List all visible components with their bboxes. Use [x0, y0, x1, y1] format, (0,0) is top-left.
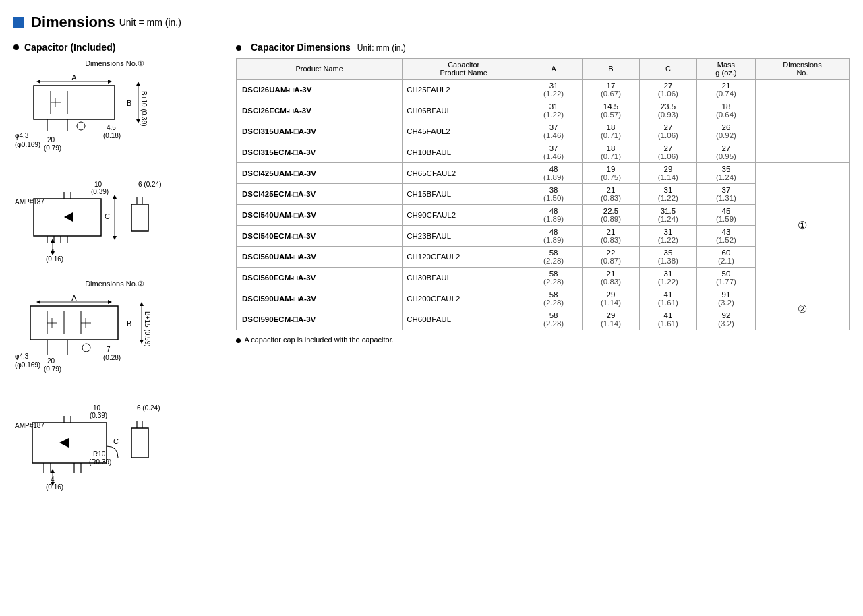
cell-mass: 60(2.1) [696, 247, 755, 268]
svg-marker-50 [108, 300, 112, 304]
svg-text:R10: R10 [93, 450, 106, 458]
bullet-icon [13, 44, 19, 50]
cell-B: 18(0.71) [583, 142, 640, 163]
cell-cap-name: CH06BFAUL [403, 100, 525, 121]
cell-C: 27(1.06) [639, 121, 696, 142]
cell-product-name: DSCI315ECM-□A-3V [237, 142, 403, 163]
cell-mass: 27(0.95) [696, 142, 755, 163]
cell-mass: 91(3.2) [696, 288, 755, 309]
svg-text:(0.79): (0.79) [44, 365, 61, 373]
table-row: DSCI590UAM-□A-3VCH200CFAUL258(2.28)29(1.… [237, 288, 850, 309]
dimensions-table: Product Name CapacitorProduct Name A B C… [236, 58, 850, 330]
cell-product-name: DSCI560ECM-□A-3V [237, 268, 403, 288]
svg-text:(φ0.169): (φ0.169) [15, 361, 40, 369]
svg-text:10: 10 [93, 404, 101, 412]
cell-A: 58(2.28) [525, 247, 583, 268]
svg-text:B: B [127, 319, 131, 328]
cell-mass: 50(1.77) [696, 268, 755, 288]
svg-rect-52 [30, 306, 118, 340]
svg-rect-87 [131, 428, 148, 458]
diagram-1-bottom: AMP#187 10 (0.39) 6 (0.24) [13, 179, 196, 266]
svg-marker-13 [136, 119, 140, 123]
svg-marker-37 [113, 195, 117, 199]
cell-B: 19(0.75) [583, 163, 640, 184]
cell-B: 29(1.14) [583, 288, 640, 309]
cell-product-name: DSCI590ECM-□A-3V [237, 309, 403, 330]
cell-mass: 26(0.92) [696, 121, 755, 142]
table-row: DSCI315UAM-□A-3VCH45FAUL237(1.46)18(0.71… [237, 121, 850, 142]
cell-product-name: DSCI540ECM-□A-3V [237, 226, 403, 247]
cell-product-name: DSCI26ECM-□A-3V [237, 100, 403, 121]
svg-text:20: 20 [47, 357, 55, 365]
diagram-2-label: Dimensions No.② [13, 280, 216, 288]
svg-point-64 [82, 344, 90, 352]
left-section: Capacitor (Included) Dimensions No.① A B [13, 42, 216, 497]
cell-product-name: DSCI560UAM-□A-3V [237, 247, 403, 268]
cell-C: 35(1.38) [639, 247, 696, 268]
svg-point-16 [77, 122, 85, 130]
svg-text:4.5: 4.5 [107, 124, 116, 131]
svg-text:C: C [113, 437, 119, 445]
svg-rect-5 [34, 86, 115, 119]
right-section: Capacitor Dimensions Unit: mm (in.) Prod… [236, 42, 850, 344]
cell-product-name: DSCI590UAM-□A-3V [237, 288, 403, 309]
section-label: Capacitor (Included) [24, 42, 115, 53]
svg-marker-63 [140, 340, 144, 344]
svg-text:6 (0.24): 6 (0.24) [137, 404, 160, 412]
cell-dim-no [755, 80, 849, 100]
col-C: C [639, 59, 696, 80]
dimensions-title: Dimensions Unit = mm (in.) [13, 13, 181, 31]
cell-dim-no [755, 121, 849, 142]
cell-cap-name: CH120CFAUL2 [403, 247, 525, 268]
diagram-2-top: A B [13, 291, 196, 402]
cell-cap-name: CH15BFAUL [403, 184, 525, 205]
table-unit-label: Unit: mm (in.) [357, 43, 406, 53]
cell-product-name: DSCI540UAM-□A-3V [237, 205, 403, 226]
col-mass: Massg (oz.) [696, 59, 755, 80]
cell-B: 21(0.83) [583, 268, 640, 288]
svg-marker-62 [140, 302, 144, 306]
cell-A: 48(1.89) [525, 205, 583, 226]
cell-B: 22.5(0.89) [583, 205, 640, 226]
cell-C: 31(1.22) [639, 226, 696, 247]
diagram-container: Dimensions No.① A B [13, 59, 216, 497]
main-layout: Capacitor (Included) Dimensions No.① A B [13, 42, 850, 497]
cell-cap-name: CH60BFAUL [403, 309, 525, 330]
svg-marker-84 [59, 438, 69, 448]
diagram-2-bottom: AMP#187 10 (0.39) 6 (0.24) [13, 402, 196, 497]
svg-marker-34 [64, 212, 73, 222]
cell-cap-name: CH65CFAUL2 [403, 163, 525, 184]
cell-mass: 92(3.2) [696, 309, 755, 330]
cell-A: 31(1.22) [525, 100, 583, 121]
cell-C: 27(1.06) [639, 142, 696, 163]
cell-B: 17(0.67) [583, 80, 640, 100]
cell-cap-name: CH10BFAUL [403, 142, 525, 163]
diagram-1-label: Dimensions No.① [13, 59, 216, 68]
table-bullet-icon [236, 45, 241, 51]
cell-product-name: DSCI315UAM-□A-3V [237, 121, 403, 142]
cell-B: 29(1.14) [583, 309, 640, 330]
cell-A: 48(1.89) [525, 226, 583, 247]
cell-C: 23.5(0.93) [639, 100, 696, 121]
svg-text:C: C [105, 212, 110, 220]
svg-marker-3 [108, 80, 112, 84]
cell-cap-name: CH25FAUL2 [403, 80, 525, 100]
svg-text:A: A [71, 294, 77, 302]
col-cap-product-name: CapacitorProduct Name [403, 59, 525, 80]
cell-C: 29(1.14) [639, 163, 696, 184]
page-header: Dimensions Unit = mm (in.) [13, 13, 850, 31]
svg-marker-38 [113, 236, 117, 240]
col-dim-no: DimensionsNo. [755, 59, 849, 80]
cell-mass: 35(1.24) [696, 163, 755, 184]
capacitor-section-title: Capacitor (Included) [13, 42, 216, 53]
svg-text:(0.39): (0.39) [91, 188, 109, 195]
cell-B: 14.5(0.57) [583, 100, 640, 121]
svg-marker-2 [36, 80, 40, 84]
svg-marker-12 [136, 82, 140, 86]
svg-text:(0.79): (0.79) [44, 144, 61, 152]
cell-A: 58(2.28) [525, 288, 583, 309]
cell-B: 22(0.87) [583, 247, 640, 268]
col-A: A [525, 59, 583, 80]
svg-marker-94 [51, 469, 55, 473]
cell-A: 37(1.46) [525, 142, 583, 163]
